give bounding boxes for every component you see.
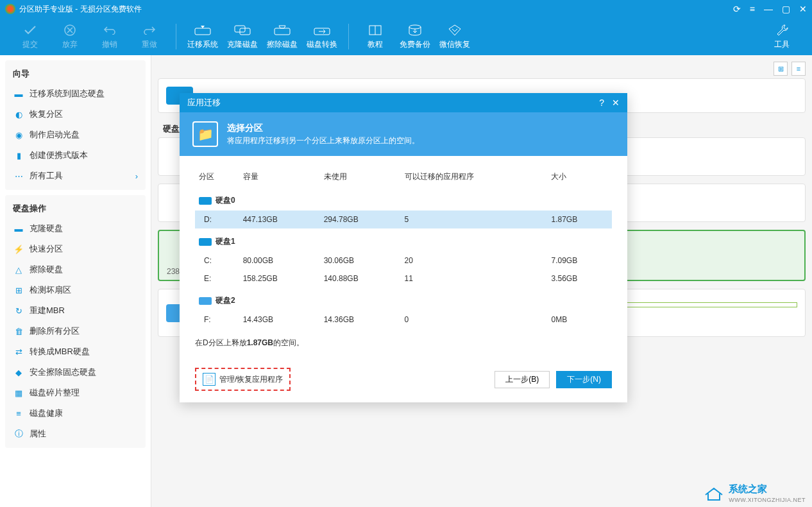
shield-icon: ◆	[13, 366, 24, 378]
wipe-icon	[274, 24, 291, 37]
bolt-icon: ⚡	[13, 243, 24, 255]
document-icon: 📄	[203, 373, 216, 386]
convert-icon	[314, 24, 330, 37]
usb-icon: ▮	[13, 150, 24, 161]
chevron-right-icon: ›	[135, 171, 138, 181]
swap-icon: ⇄	[13, 346, 24, 357]
scan-icon: ⊞	[13, 284, 24, 296]
next-button[interactable]: 下一步(N)	[556, 371, 612, 388]
wechat-recovery-button[interactable]: 微信恢复	[435, 19, 475, 55]
wrench-icon	[774, 24, 790, 37]
dialog-close-icon[interactable]: ✕	[612, 98, 620, 108]
dialog-header-title: 选择分区	[227, 123, 419, 134]
sidebar-item-clone-disk[interactable]: ▬克隆硬盘	[5, 218, 146, 239]
sidebar-item-portable[interactable]: ▮创建便携式版本	[5, 145, 146, 166]
col-unused: 未使用	[320, 166, 401, 187]
cancel-icon	[62, 24, 78, 37]
more-icon: ⋯	[13, 170, 24, 182]
partition-row[interactable]: F:14.43GB14.36GB00MB	[195, 311, 612, 329]
clone-icon: ▬	[13, 223, 24, 234]
disk-icon	[199, 297, 212, 305]
sidebar-item-quick-partition[interactable]: ⚡快速分区	[5, 239, 146, 259]
undo-icon	[101, 24, 118, 37]
sidebar-item-delete-all[interactable]: 🗑删除所有分区	[5, 321, 146, 341]
summary-text: 在D分区上释放1.87GB的空间。	[195, 329, 612, 351]
sidebar-item-wipe-disk[interactable]: △擦除硬盘	[5, 259, 146, 280]
backup-button[interactable]: 免费备份	[395, 19, 435, 55]
house-icon	[703, 486, 725, 501]
window-title: 分区助手专业版 - 无损分区免费软件	[19, 4, 733, 15]
titlebar: 分区助手专业版 - 无损分区免费软件 ⟳ ≡ ― ▢ ✕	[0, 0, 812, 18]
trash-icon: 🗑	[13, 325, 24, 337]
close-icon[interactable]: ✕	[799, 4, 807, 14]
maximize-icon[interactable]: ▢	[782, 4, 790, 14]
help-icon[interactable]: ?	[599, 98, 604, 108]
wizard-section-title: 向导	[5, 64, 146, 83]
minimize-icon[interactable]: ―	[764, 4, 773, 14]
prev-button[interactable]: 上一步(B)	[495, 371, 550, 388]
tools-button[interactable]: 工具	[762, 19, 802, 55]
clone-icon	[234, 24, 251, 37]
sidebar-item-migrate-ssd[interactable]: ▬迁移系统到固态硬盘	[5, 83, 146, 104]
disk-icon	[199, 197, 212, 205]
sidebar-item-bootable-disc[interactable]: ◉制作启动光盘	[5, 125, 146, 145]
defrag-icon: ▦	[13, 387, 24, 399]
svg-rect-1	[195, 28, 210, 35]
ssd-icon: ▬	[13, 88, 24, 99]
svg-point-8	[409, 25, 421, 29]
clone-disk-button[interactable]: 克隆磁盘	[223, 19, 262, 55]
disk-section-title: 硬盘操作	[5, 199, 146, 218]
tutorial-button[interactable]: 教程	[355, 19, 395, 55]
undo-button[interactable]: 撤销	[90, 19, 130, 55]
app-migration-dialog: 应用迁移 ? ✕ 📁 选择分区 将应用程序迁移到另一个分区上来释放原分区上的空间…	[180, 93, 627, 402]
pie-icon: ◐	[13, 108, 24, 120]
sidebar-item-all-tools[interactable]: ⋯所有工具›	[5, 166, 146, 186]
col-partition: 分区	[195, 166, 239, 187]
sidebar-item-recover-partition[interactable]: ◐恢复分区	[5, 104, 146, 125]
wechat-icon	[446, 24, 463, 37]
col-apps: 可以迁移的应用程序	[401, 166, 548, 187]
view-list-button[interactable]: ≡	[791, 62, 806, 76]
col-size: 大小	[547, 166, 612, 187]
menu-icon[interactable]: ≡	[750, 4, 755, 14]
redo-icon	[141, 24, 158, 37]
disk-icon	[199, 238, 212, 246]
book-icon	[367, 24, 384, 37]
sidebar-item-disk-health[interactable]: ≡磁盘健康	[5, 403, 146, 424]
svg-rect-4	[275, 28, 290, 35]
partition-row[interactable]: D:447.13GB294.78GB51.87GB	[195, 211, 612, 228]
backup-icon	[407, 24, 423, 37]
migrate-os-button[interactable]: 迁移系统	[183, 19, 223, 55]
disk-group-row: 硬盘2	[195, 288, 612, 311]
info-icon: ⓘ	[13, 428, 24, 440]
disk-convert-button[interactable]: 磁盘转换	[302, 19, 342, 55]
partition-table: 分区 容量 未使用 可以迁移的应用程序 大小 硬盘0D:447.13GB294.…	[195, 166, 612, 329]
sidebar-item-convert-mbr[interactable]: ⇄转换成MBR硬盘	[5, 341, 146, 362]
watermark: 系统之家 WWW.XITONGZHIJIA.NET	[703, 483, 806, 503]
sidebar-item-defrag[interactable]: ▦磁盘碎片整理	[5, 382, 146, 403]
disk-group-row: 硬盘1	[195, 228, 612, 252]
sidebar-item-bad-sector[interactable]: ⊞检测坏扇区	[5, 280, 146, 300]
commit-button[interactable]: 提交	[10, 19, 50, 55]
app-logo-icon	[5, 4, 15, 14]
redo-button[interactable]: 重做	[130, 19, 169, 55]
sidebar-item-rebuild-mbr[interactable]: ↻重建MBR	[5, 300, 146, 321]
health-icon: ≡	[13, 408, 24, 419]
sidebar-item-secure-erase[interactable]: ◆安全擦除固态硬盘	[5, 362, 146, 382]
refresh-icon[interactable]: ⟳	[733, 4, 741, 14]
check-icon	[22, 24, 38, 37]
partition-row[interactable]: E:158.25GB140.88GB113.56GB	[195, 270, 612, 288]
view-grid-button[interactable]: ⊞	[774, 62, 788, 76]
col-capacity: 容量	[239, 166, 320, 187]
manage-restore-apps-link[interactable]: 📄 管理/恢复应用程序	[195, 368, 291, 391]
toolbar: 提交 放弃 撤销 重做 迁移系统 克隆磁盘 擦除磁盘 磁盘转换 教程 免费备份 …	[0, 18, 812, 55]
migrate-icon	[194, 24, 211, 37]
discard-button[interactable]: 放弃	[50, 19, 90, 55]
folder-arrow-icon: 📁	[192, 121, 218, 147]
disc-icon: ◉	[13, 129, 24, 141]
wipe-disk-button[interactable]: 擦除磁盘	[262, 19, 302, 55]
rebuild-icon: ↻	[13, 305, 24, 316]
partition-row[interactable]: C:80.00GB30.06GB207.09GB	[195, 252, 612, 270]
eraser-icon: △	[13, 264, 24, 275]
sidebar-item-properties[interactable]: ⓘ属性	[5, 424, 146, 444]
